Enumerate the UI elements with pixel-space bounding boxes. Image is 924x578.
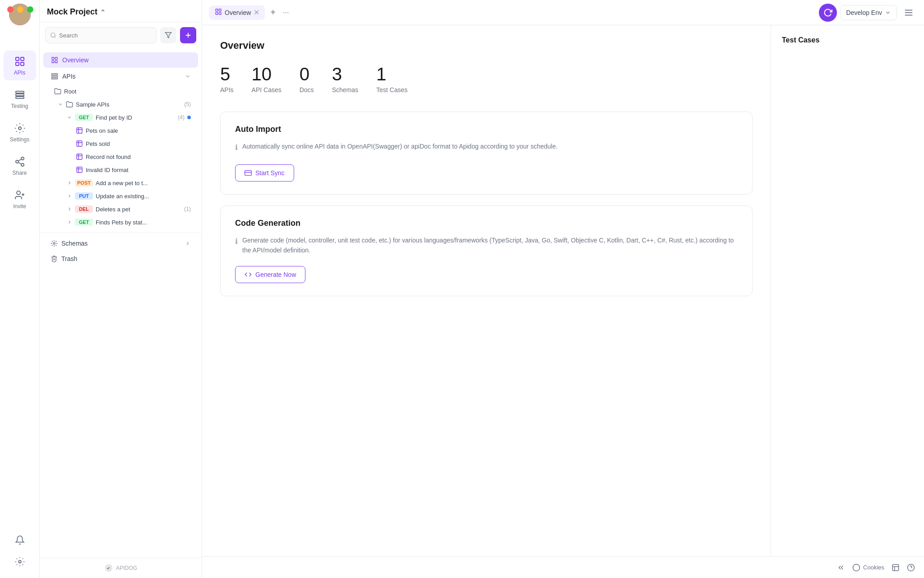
chevron-down-env-icon (885, 9, 891, 16)
sidebar-apis[interactable]: APIs (43, 69, 198, 84)
stat-apis: 5 APIs (220, 64, 234, 93)
svg-rect-38 (245, 170, 252, 175)
chevron-down-icon: ⌃ (100, 9, 106, 16)
search-box[interactable] (45, 27, 157, 43)
chevron-down-find-icon (67, 115, 72, 120)
code-generation-action: Generate Now (235, 266, 738, 283)
api-find-pet[interactable]: GET Find pet by ID (4) (43, 111, 198, 124)
tab-grid-icon (215, 8, 222, 17)
filter-button[interactable] (160, 27, 176, 43)
svg-rect-41 (892, 564, 899, 571)
sidebar-content: Overview APIs Root (40, 48, 202, 558)
right-panel: Test Cases (771, 25, 924, 556)
api-finds-pets[interactable]: GET Finds Pets by stat... (43, 216, 198, 228)
svg-rect-2 (16, 62, 19, 65)
case-record-not-found[interactable]: Record not found (43, 150, 198, 163)
svg-rect-24 (52, 61, 54, 63)
generate-now-button[interactable]: Generate Now (235, 266, 305, 283)
gear-icon (14, 122, 26, 135)
bell-icon[interactable] (11, 531, 29, 549)
nav-testing-label: Testing (11, 103, 28, 109)
sidebar-item-testing[interactable]: Testing (4, 84, 36, 114)
chevron-right-schemas-icon (185, 240, 191, 247)
svg-line-11 (18, 163, 21, 164)
svg-rect-33 (216, 12, 218, 14)
svg-rect-31 (216, 9, 218, 11)
share-icon (14, 155, 26, 168)
stat-test-cases-label: Test Cases (376, 86, 407, 93)
bottombar: Cookies (202, 556, 924, 578)
list-icon (14, 89, 26, 101)
stat-schemas-label: Schemas (332, 86, 358, 93)
root-label: Root (64, 88, 191, 95)
api-update-pet-label: Update an existing... (96, 193, 191, 200)
start-sync-button[interactable]: Start Sync (235, 164, 294, 182)
api-add-pet[interactable]: POST Add a new pet to t... (43, 177, 198, 189)
cookies-button[interactable]: Cookies (852, 564, 884, 572)
api-delete-pet[interactable]: DEL Deletes a pet (1) (43, 203, 198, 215)
auto-import-title: Auto Import (235, 125, 738, 134)
case-icon-4 (76, 166, 83, 173)
sidebar-item-settings[interactable]: Settings (4, 117, 36, 147)
fullscreen-button[interactable] (27, 6, 33, 13)
svg-point-16 (18, 560, 21, 563)
search-input[interactable] (59, 32, 152, 39)
root-folder[interactable]: Root (43, 85, 198, 98)
sidebar-item-apis[interactable]: APIs (4, 51, 36, 80)
api-finds-pets-label: Finds Pets by stat... (96, 219, 191, 226)
minimize-button[interactable] (17, 6, 23, 13)
chevron-right-post-icon (67, 180, 72, 186)
svg-rect-5 (16, 94, 24, 96)
svg-rect-22 (52, 57, 54, 60)
svg-rect-6 (16, 97, 24, 98)
more-tabs-button[interactable]: ··· (281, 7, 291, 19)
svg-point-40 (853, 564, 860, 571)
info-icon-2: ℹ (235, 236, 238, 256)
svg-line-18 (55, 37, 56, 38)
folder-icon (54, 88, 61, 95)
case-pets-sold[interactable]: Pets sold (43, 137, 198, 150)
case-pets-sold-label: Pets sold (86, 140, 191, 147)
sidebar-item-share[interactable]: Share (4, 151, 36, 181)
api-find-pet-label: Find pet by ID (96, 114, 175, 121)
sidebar-item-invite[interactable]: Invite (4, 184, 36, 214)
icon-bar-bottom (11, 531, 29, 578)
case-invalid-id-format[interactable]: Invalid ID format (43, 163, 198, 176)
layout-button[interactable] (892, 564, 900, 572)
sidebar-overview[interactable]: Overview (43, 52, 198, 68)
svg-rect-26 (51, 74, 57, 75)
sync-button[interactable] (819, 4, 837, 22)
trash-item[interactable]: Trash (43, 252, 198, 266)
chevron-right-del-icon (67, 206, 72, 212)
stat-schemas-number: 3 (332, 64, 358, 84)
sample-apis-folder[interactable]: Sample APIs (5) (43, 98, 198, 111)
help-button[interactable] (907, 564, 915, 572)
api-add-pet-label: Add a new pet to t... (96, 180, 191, 186)
close-button[interactable] (7, 6, 14, 13)
svg-rect-23 (55, 57, 57, 60)
divider-1 (40, 232, 202, 233)
overview-label: Overview (62, 56, 191, 64)
code-generation-card: Code Generation ℹ Generate code (model, … (220, 205, 753, 297)
api-delete-pet-count: (1) (184, 206, 191, 212)
cog-icon[interactable] (11, 553, 29, 571)
apidog-logo: APIDOG (104, 564, 137, 573)
api-update-pet[interactable]: PUT Update an existing... (43, 190, 198, 202)
svg-rect-3 (21, 62, 24, 65)
add-tab-button[interactable]: + (268, 5, 277, 19)
svg-point-10 (21, 163, 24, 166)
tab-close-icon[interactable]: ✕ (254, 8, 259, 17)
method-get-badge: GET (75, 114, 93, 121)
nav-items: APIs Testing Settings (4, 49, 36, 527)
svg-point-29 (53, 242, 55, 244)
menu-button[interactable] (901, 5, 917, 21)
add-button[interactable] (180, 27, 196, 43)
schemas-item[interactable]: Schemas (43, 236, 198, 251)
overview-tab[interactable]: Overview ✕ (209, 5, 265, 20)
layout-icon (892, 564, 900, 572)
project-name[interactable]: Mock Project ⌃ (47, 7, 106, 17)
case-pets-on-sale[interactable]: Pets on sale (43, 124, 198, 137)
env-selector[interactable]: Develop Env (841, 5, 897, 20)
sync-icon (245, 169, 252, 177)
collapse-left-button[interactable] (837, 564, 845, 572)
